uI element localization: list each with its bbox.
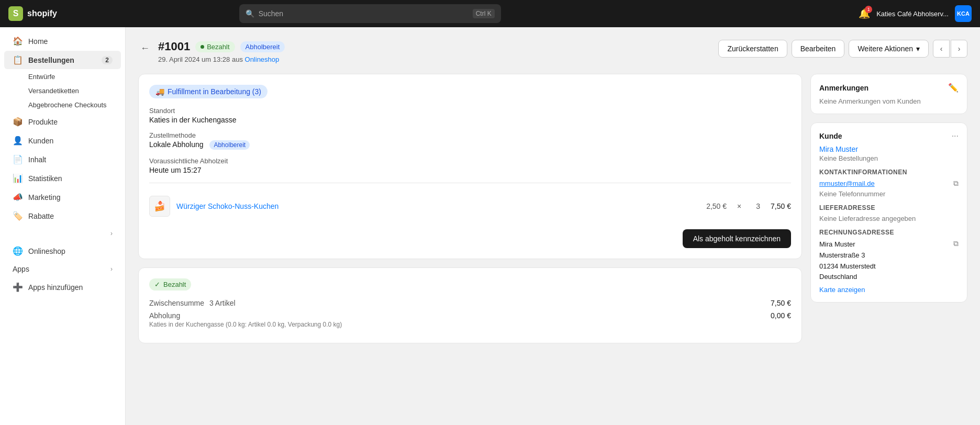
main-content: ← #1001 Bezahlt Abholbereit 29. April 20… — [126, 27, 980, 425]
inhalt-icon: 📄 — [13, 154, 23, 164]
fulfillment-card-header: 🚚 Fulfillment in Bearbeitung (3) — [149, 85, 791, 98]
contact-email[interactable]: mmuster@mail.de — [819, 180, 875, 187]
zwischensumme-label: Zwischensumme — [149, 299, 204, 307]
rechnungsadresse-label: Rechnungsadresse — [819, 229, 959, 236]
top-nav-right: 🔔 1 Katies Café Abholserv... KCA — [859, 5, 972, 22]
bezahlt-label: Bezahlt — [207, 43, 229, 51]
bestellungen-badge: 2 — [102, 56, 113, 64]
copy-icon[interactable]: ⧉ — [953, 179, 959, 188]
product-row: 🍰 Würziger Schoko-Nuss-Kuchen 2,50 € × 3… — [149, 192, 791, 221]
page-header: ← #1001 Bezahlt Abholbereit 29. April 20… — [138, 40, 967, 63]
bearbeiten-button[interactable]: Bearbeiten — [792, 40, 845, 58]
sidebar-item-marketing[interactable]: 📣 Marketing — [4, 188, 121, 206]
zurueckerstatten-button[interactable]: Zurückerstatten — [718, 40, 787, 58]
product-name[interactable]: Würziger Schoko-Nuss-Kuchen — [176, 202, 700, 210]
sidebar-item-label: Kunden — [28, 137, 53, 145]
lieferadresse-value: Keine Lieferadresse angegeben — [819, 215, 959, 222]
store-name: Katies Café Abholserv... — [876, 10, 949, 18]
fulfillment-badge: 🚚 Fulfillment in Bearbeitung (3) — [149, 85, 268, 98]
sidebar-item-apps-add[interactable]: ➕ Apps hinzufügen — [4, 278, 121, 296]
subtitle-text: 29. April 2024 um 13:28 aus — [158, 55, 243, 63]
weitere-aktionen-button[interactable]: Weitere Aktionen ▾ — [849, 40, 929, 58]
avatar[interactable]: KCA — [955, 5, 972, 22]
sidebar-item-label: Onlineshop — [28, 247, 65, 255]
left-column: 🚚 Fulfillment in Bearbeitung (3) Standor… — [138, 74, 802, 352]
produkte-icon: 📦 — [13, 117, 23, 127]
customer-name[interactable]: Mira Muster — [819, 145, 858, 153]
page-title-area: #1001 Bezahlt Abholbereit 29. April 2024… — [158, 40, 712, 63]
payment-badge: ✓ Bezahlt — [149, 278, 191, 290]
contact-row: mmuster@mail.de ⧉ — [819, 179, 959, 188]
abholzeit-label: Voraussichtliche Abholzeit — [149, 157, 791, 165]
customer-orders: Keine Bestellungen — [819, 154, 959, 162]
sidebar-item-label: Statistiken — [28, 174, 62, 183]
sidebar-apps[interactable]: Apps › — [4, 261, 121, 277]
product-total: 7,50 € — [771, 202, 791, 210]
als-abgeholt-button[interactable]: Als abgeholt kennzeichnen — [683, 229, 791, 248]
nav-prev-button[interactable]: ‹ — [933, 40, 950, 58]
page-title: #1001 — [158, 40, 190, 53]
more-icon[interactable]: ··· — [952, 131, 959, 141]
layout: 🏠 Home 📋 Bestellungen 2 Entwürfe Versand… — [0, 27, 980, 425]
sidebar-item-statistiken[interactable]: 📊 Statistiken — [4, 169, 121, 187]
bestellungen-icon: 📋 — [13, 55, 23, 65]
billing-name: Mira Muster — [819, 240, 855, 248]
logo[interactable]: S shopify — [8, 6, 57, 21]
marketing-icon: 📣 — [13, 192, 23, 202]
sidebar-sub-label: Versandetiketten — [28, 87, 79, 95]
sidebar-item-produkte[interactable]: 📦 Produkte — [4, 113, 121, 131]
fulfillment-badge-label: Fulfillment in Bearbeitung (3) — [168, 87, 261, 96]
sidebar-sub-label: Entwürfe — [28, 73, 55, 81]
sidebar-item-versandetiketten[interactable]: Versandetiketten — [4, 84, 121, 98]
sidebar-item-entw\u00fcrfe[interactable]: Entwürfe — [4, 70, 121, 84]
kunde-card: Kunde ··· Mira Muster Keine Bestellungen… — [810, 122, 967, 303]
search-bar[interactable]: 🔍 Suchen Ctrl K — [239, 4, 501, 23]
statistiken-icon: 📊 — [13, 173, 23, 183]
anmerkungen-title: Anmerkungen — [819, 84, 868, 92]
kunden-icon: 👤 — [13, 136, 23, 146]
payment-card: ✓ Bezahlt Zwischensumme 3 Artikel 7,50 € — [138, 267, 802, 343]
subtitle-link[interactable]: Onlineshop — [245, 55, 280, 63]
sidebar-item-kunden[interactable]: 👤 Kunden — [4, 131, 121, 150]
sidebar-item-label: Inhalt — [28, 155, 46, 164]
abholzeit-value: Heute um 15:27 — [149, 166, 791, 174]
sidebar-item-label: Rabatte — [28, 212, 54, 220]
back-button[interactable]: ← — [138, 41, 152, 56]
billing-address-row: Mira Muster Musterstraße 3 01234 Musters… — [819, 239, 959, 283]
sidebar-vertriebskan\u00e4le[interactable]: › — [4, 226, 121, 241]
kunde-header: Kunde ··· — [819, 131, 959, 141]
weitere-aktionen-label: Weitere Aktionen — [858, 44, 913, 53]
sidebar-item-abgebrochene[interactable]: Abgebrochene Checkouts — [4, 98, 121, 112]
sidebar-item-rabatte[interactable]: 🏷️ Rabatte — [4, 207, 121, 225]
onlineshop-icon: 🌐 — [13, 246, 23, 256]
sidebar-item-home[interactable]: 🏠 Home — [4, 32, 121, 50]
zustellmethode-badge: Abholbereit — [209, 140, 250, 150]
sidebar-sub-label: Abgebrochene Checkouts — [28, 101, 107, 109]
search-shortcut: Ctrl K — [473, 9, 495, 18]
page-subtitle: 29. April 2024 um 13:28 aus Onlineshop — [158, 55, 712, 63]
notification-bell[interactable]: 🔔 1 — [859, 8, 870, 19]
billing-street: Musterstraße 3 — [819, 251, 865, 259]
sidebar: 🏠 Home 📋 Bestellungen 2 Entwürfe Versand… — [0, 27, 126, 425]
billing-copy-icon[interactable]: ⧉ — [953, 239, 959, 248]
check-icon: ✓ — [154, 281, 160, 288]
contact-phone: Keine Telefonnummer — [819, 190, 959, 198]
nav-next-button[interactable]: › — [951, 40, 967, 58]
edit-icon[interactable]: ✏️ — [948, 83, 959, 93]
sidebar-item-inhalt[interactable]: 📄 Inhalt — [4, 150, 121, 169]
apps-label: Apps — [13, 265, 29, 273]
top-nav: S shopify 🔍 Suchen Ctrl K 🔔 1 Katies Caf… — [0, 0, 980, 27]
right-panel: Anmerkungen ✏️ Keine Anmerkungen vom Kun… — [810, 74, 967, 311]
sidebar-item-onlineshop[interactable]: 🌐 Onlineshop — [4, 242, 121, 260]
product-qty-x: × — [737, 202, 741, 210]
divider — [149, 183, 791, 183]
payment-badge-label: Bezahlt — [163, 281, 186, 288]
sidebar-item-bestellungen[interactable]: 📋 Bestellungen 2 — [4, 51, 121, 69]
product-price: 2,50 € — [706, 202, 727, 210]
map-link[interactable]: Karte anzeigen — [819, 286, 959, 294]
abholung-value: 0,00 € — [771, 311, 791, 328]
zustellmethode-label: Zustellmethode — [149, 131, 791, 139]
product-qty: 3 — [756, 202, 760, 210]
standort-label: Standort — [149, 107, 791, 115]
abholung-row: Abholung Katies in der Kuchengasse (0.0 … — [149, 311, 791, 328]
